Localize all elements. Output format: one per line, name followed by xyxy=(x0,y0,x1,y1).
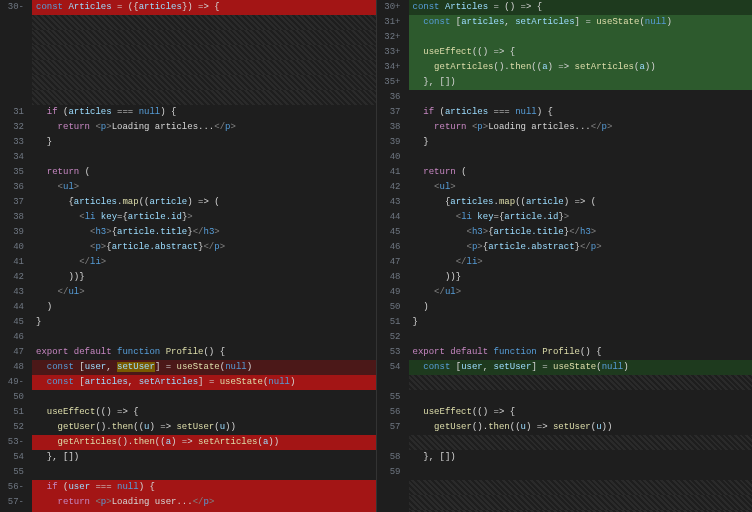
code-line[interactable]: return <p>Loading articles...</p> xyxy=(32,120,376,135)
code-line[interactable]: {articles.map((article) => ( xyxy=(409,195,753,210)
code-line[interactable] xyxy=(409,375,753,390)
code-line[interactable]: <ul> xyxy=(32,180,376,195)
line-number: 50 xyxy=(0,390,24,405)
code-line[interactable]: <h3>{article.title}</h3> xyxy=(409,225,753,240)
line-number: 55 xyxy=(377,390,401,405)
code-line[interactable]: const [user, setUser] = useState(null) xyxy=(32,360,376,375)
diff-pane-modified[interactable]: 30+31+32+33+34+35+3637383940414243444546… xyxy=(377,0,753,512)
code-line[interactable] xyxy=(32,90,376,105)
code-line[interactable]: if (user === null) { xyxy=(32,480,376,495)
line-number: 57 xyxy=(377,420,401,435)
line-number xyxy=(0,45,24,60)
code-line[interactable] xyxy=(409,330,753,345)
line-number: 31+ xyxy=(377,15,401,30)
code-line[interactable]: getArticles().then((a) => setArticles(a)… xyxy=(409,60,753,75)
line-number: 34+ xyxy=(377,60,401,75)
line-number: 49 xyxy=(377,285,401,300)
code-line[interactable]: } xyxy=(32,135,376,150)
line-number xyxy=(0,15,24,30)
code-line[interactable]: export default function Profile() { xyxy=(32,345,376,360)
diff-pane-original[interactable]: 30-3132333435363738394041424344454647484… xyxy=(0,0,377,512)
code-line[interactable] xyxy=(32,30,376,45)
code-line[interactable]: {articles.map((article) => ( xyxy=(32,195,376,210)
line-number xyxy=(0,90,24,105)
line-number: 40 xyxy=(377,150,401,165)
code-line[interactable]: ))} xyxy=(409,270,753,285)
code-line[interactable]: const [articles, setArticles] = useState… xyxy=(32,375,376,390)
line-number: 40 xyxy=(0,240,24,255)
code-line[interactable]: return ( xyxy=(409,165,753,180)
code-line[interactable]: export default function Profile() { xyxy=(409,345,753,360)
code-line[interactable]: } xyxy=(409,135,753,150)
diff-editor: 30-3132333435363738394041424344454647484… xyxy=(0,0,752,512)
code-line[interactable]: </li> xyxy=(32,255,376,270)
code-area-left[interactable]: const Articles = ({articles}) => { if (a… xyxy=(0,0,376,512)
line-number: 51 xyxy=(377,315,401,330)
code-line[interactable]: ) xyxy=(32,300,376,315)
code-line[interactable] xyxy=(409,480,753,495)
code-line[interactable]: <p>{article.abstract}</p> xyxy=(32,240,376,255)
code-line[interactable] xyxy=(409,465,753,480)
code-line[interactable]: useEffect(() => { xyxy=(32,405,376,420)
code-line[interactable]: <li key={article.id}> xyxy=(32,210,376,225)
code-line[interactable]: <h3>{article.title}</h3> xyxy=(32,225,376,240)
code-line[interactable] xyxy=(409,30,753,45)
code-line[interactable]: <li key={article.id}> xyxy=(409,210,753,225)
line-number: 31 xyxy=(0,105,24,120)
code-line[interactable]: useEffect(() => { xyxy=(409,405,753,420)
code-line[interactable] xyxy=(32,150,376,165)
line-number: 36 xyxy=(377,90,401,105)
code-area-right[interactable]: const Articles = () => { const [articles… xyxy=(377,0,753,512)
line-number xyxy=(377,495,401,510)
code-line[interactable]: } xyxy=(409,315,753,330)
code-line[interactable] xyxy=(409,435,753,450)
line-number: 59 xyxy=(377,465,401,480)
code-line[interactable]: ))} xyxy=(32,270,376,285)
line-number: 32 xyxy=(0,120,24,135)
code-line[interactable]: }, []) xyxy=(409,450,753,465)
line-number: 52 xyxy=(0,420,24,435)
code-line[interactable]: return <p>Loading user...</p> xyxy=(32,495,376,510)
code-line[interactable]: </li> xyxy=(409,255,753,270)
line-number: 44 xyxy=(0,300,24,315)
line-number: 41 xyxy=(0,255,24,270)
code-line[interactable] xyxy=(32,75,376,90)
line-number: 58 xyxy=(377,450,401,465)
code-line[interactable]: const Articles = () => { xyxy=(409,0,753,15)
code-line[interactable]: if (articles === null) { xyxy=(32,105,376,120)
code-line[interactable]: useEffect(() => { xyxy=(409,45,753,60)
code-line[interactable]: const [articles, setArticles] = useState… xyxy=(409,15,753,30)
code-line[interactable] xyxy=(32,330,376,345)
code-line[interactable]: getArticles().then((a) => setArticles(a)… xyxy=(32,435,376,450)
code-line[interactable] xyxy=(409,90,753,105)
line-number-gutter-right: 30+31+32+33+34+35+3637383940414243444546… xyxy=(377,0,405,512)
code-line[interactable]: </ul> xyxy=(32,285,376,300)
code-line[interactable]: if (articles === null) { xyxy=(409,105,753,120)
code-line[interactable] xyxy=(32,465,376,480)
code-line[interactable]: }, []) xyxy=(32,450,376,465)
line-number: 33+ xyxy=(377,45,401,60)
code-line[interactable] xyxy=(409,495,753,510)
line-number: 55 xyxy=(0,465,24,480)
code-line[interactable]: </ul> xyxy=(409,285,753,300)
code-line[interactable]: getUser().then((u) => setUser(u)) xyxy=(32,420,376,435)
code-line[interactable] xyxy=(32,60,376,75)
code-line[interactable]: } xyxy=(32,315,376,330)
code-line[interactable]: getUser().then((u) => setUser(u)) xyxy=(409,420,753,435)
code-line[interactable]: return ( xyxy=(32,165,376,180)
code-line[interactable]: const [user, setUser] = useState(null) xyxy=(409,360,753,375)
line-number: 53 xyxy=(377,345,401,360)
code-line[interactable] xyxy=(32,15,376,30)
code-line[interactable]: <p>{article.abstract}</p> xyxy=(409,240,753,255)
code-line[interactable]: return <p>Loading articles...</p> xyxy=(409,120,753,135)
code-line[interactable]: ) xyxy=(409,300,753,315)
code-line[interactable]: <ul> xyxy=(409,180,753,195)
code-line[interactable] xyxy=(32,390,376,405)
code-line[interactable] xyxy=(409,150,753,165)
code-line[interactable]: const Articles = ({articles}) => { xyxy=(32,0,376,15)
code-line[interactable]: }, []) xyxy=(409,75,753,90)
code-line[interactable] xyxy=(409,390,753,405)
line-number: 54 xyxy=(377,360,401,375)
code-line[interactable] xyxy=(32,45,376,60)
line-number: 44 xyxy=(377,210,401,225)
